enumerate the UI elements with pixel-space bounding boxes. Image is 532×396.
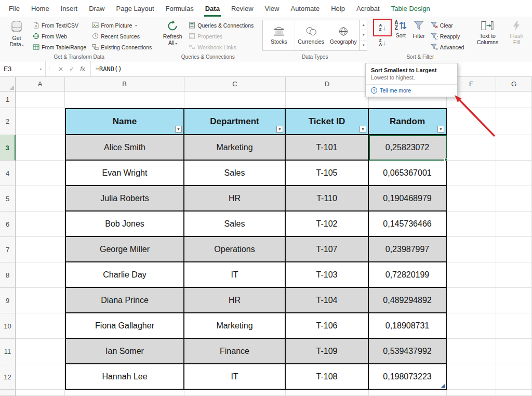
cell[interactable] [496,390,532,396]
cell[interactable] [16,91,65,108]
table-header-random[interactable]: Random▼ [369,108,447,135]
cell[interactable] [16,212,65,237]
column-header-d[interactable]: D [286,77,369,91]
table-cell[interactable]: Alice Smith [65,135,184,161]
table-cell[interactable]: Charlie Day [65,262,184,288]
cell[interactable] [16,237,65,262]
menu-tab-data[interactable]: Data [200,1,225,17]
cell[interactable] [16,288,65,313]
formula-bar-splitter[interactable]: ⋮ [46,61,53,76]
cell[interactable] [496,135,532,161]
cell[interactable] [286,91,369,108]
table-cell[interactable]: Marketing [184,313,286,339]
select-all-corner[interactable] [0,77,16,91]
table-cell[interactable]: Bob Jones [65,212,184,237]
menu-tab-automate[interactable]: Automate [285,1,325,17]
cell[interactable] [496,212,532,237]
table-header-ticket-id[interactable]: Ticket ID▼ [286,108,369,135]
tell-me-more-link[interactable]: ? Tell me more [366,85,457,97]
cell[interactable] [16,339,65,364]
insert-function-icon[interactable]: fx [80,65,85,73]
cell[interactable] [447,135,496,161]
menu-tab-home[interactable]: Home [25,1,55,17]
row-header-6[interactable]: 6 [0,212,16,237]
menu-tab-formulas[interactable]: Formulas [160,1,200,17]
table-cell[interactable]: T-106 [286,313,369,339]
column-header-a[interactable]: A [16,77,65,91]
table-cell[interactable]: T-102 [286,212,369,237]
cell[interactable] [16,313,65,339]
cell[interactable] [447,108,496,135]
row-header-12[interactable]: 12 [0,364,16,390]
cell[interactable] [496,262,532,288]
cell[interactable] [496,339,532,364]
cell[interactable] [369,390,447,396]
table-cell[interactable]: T-109 [286,339,369,364]
flash-fill-button[interactable]: Flash Fill [504,19,528,46]
filter-dropdown-icon[interactable]: ▼ [276,126,283,133]
menu-tab-file[interactable]: File [3,1,25,17]
get-data-button[interactable]: Get Data▾ [5,19,29,48]
table-cell[interactable]: Fiona Gallagher [65,313,184,339]
table-cell[interactable]: IT [184,364,286,390]
table-cell[interactable]: 0,539437992 [369,339,447,364]
cell[interactable] [447,212,496,237]
from-text-csv-button[interactable]: From Text/CSV [31,20,88,30]
cell[interactable] [16,161,65,186]
menu-tab-insert[interactable]: Insert [55,1,84,17]
row-header-5[interactable]: 5 [0,186,16,212]
table-cell[interactable]: Operations [184,237,286,262]
menu-tab-page-layout[interactable]: Page Layout [111,1,160,17]
from-picture-button[interactable]: From Picture ▾ [90,20,153,30]
from-web-button[interactable]: From Web [31,31,88,41]
cell[interactable] [65,91,184,108]
table-cell[interactable]: Finance [184,339,286,364]
table-cell[interactable]: T-107 [286,237,369,262]
row-header-1[interactable]: 1 [0,91,16,108]
column-header-b[interactable]: B [65,77,184,91]
cell[interactable] [447,186,496,212]
table-cell[interactable]: Hannah Lee [65,364,184,390]
stocks-data-type[interactable]: Stocks [263,20,295,50]
table-cell[interactable]: T-104 [286,288,369,313]
queries-connections-button[interactable]: Queries & Connections [187,20,255,30]
cell[interactable] [447,313,496,339]
table-cell[interactable]: 0,198073223 [369,364,447,390]
table-cell[interactable]: T-105 [286,161,369,186]
table-cell[interactable]: HR [184,288,286,313]
clear-filter-button[interactable]: Clear [429,20,466,30]
menu-tab-review[interactable]: Review [225,1,259,17]
row-header-10[interactable]: 10 [0,313,16,339]
refresh-all-button[interactable]: Refresh All▾ [161,19,184,46]
from-table-range-button[interactable]: From Table/Range [31,42,88,52]
cell[interactable] [447,364,496,390]
cell[interactable] [447,237,496,262]
currencies-data-type[interactable]: Currencies [295,20,327,50]
filter-dropdown-icon[interactable]: ▼ [437,126,444,133]
table-cell[interactable]: Evan Wright [65,161,184,186]
sort-ascending-button[interactable]: AZ↓ [375,21,390,34]
table-cell[interactable]: Marketing [184,135,286,161]
cell[interactable] [496,186,532,212]
menu-tab-help[interactable]: Help [325,1,351,17]
row-header-11[interactable]: 11 [0,339,16,364]
cell[interactable] [496,313,532,339]
advanced-filter-button[interactable]: Advanced [429,42,466,52]
table-cell[interactable]: T-101 [286,135,369,161]
cell[interactable] [496,161,532,186]
reapply-filter-button[interactable]: Reapply [429,31,466,41]
row-header-4[interactable]: 4 [0,161,16,186]
formula-input[interactable]: =RAND() [91,61,532,76]
row-header-13[interactable] [0,390,16,396]
menu-tab-acrobat[interactable]: Acrobat [351,1,385,17]
table-cell[interactable]: Diana Prince [65,288,184,313]
table-cell[interactable]: George Miller [65,237,184,262]
gallery-scroll-up-icon[interactable]: ▲ [360,20,367,30]
table-cell[interactable]: T-103 [286,262,369,288]
cell[interactable] [447,339,496,364]
table-cell[interactable]: 0,065367001 [369,161,447,186]
fill-handle[interactable] [444,158,447,161]
table-cell[interactable]: Sales [184,212,286,237]
confirm-entry-icon[interactable]: ✓ [69,65,74,73]
table-cell[interactable]: Sales [184,161,286,186]
